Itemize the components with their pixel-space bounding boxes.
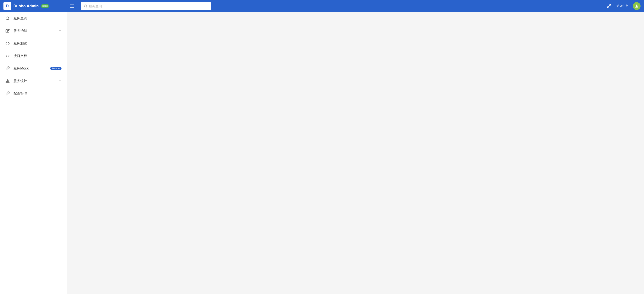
chart-icon bbox=[5, 78, 10, 83]
sidebar-item-service-test[interactable]: 服务测试 bbox=[0, 37, 67, 50]
hamburger-line-1 bbox=[70, 4, 74, 5]
sidebar-item-config-manage[interactable]: 配置管理 bbox=[0, 87, 67, 100]
hamburger-line-2 bbox=[70, 6, 74, 6]
code-doc-icon bbox=[5, 54, 10, 58]
version-badge: 0.3.0 bbox=[41, 4, 49, 8]
search-input[interactable] bbox=[89, 4, 208, 8]
chevron-down-icon bbox=[58, 29, 62, 32]
sidebar-item-interface-doc[interactable]: 接口文档 bbox=[0, 50, 67, 62]
svg-line-6 bbox=[8, 19, 9, 20]
search-icon bbox=[5, 16, 10, 21]
sidebar-label-service-test: 服务测试 bbox=[14, 41, 62, 46]
search-icon bbox=[84, 4, 87, 8]
sidebar-label-service-mock: 服务Mock bbox=[14, 66, 47, 71]
user-avatar[interactable] bbox=[633, 2, 640, 10]
top-header: D Dubbo Admin 0.3.0 简 bbox=[0, 0, 644, 12]
sidebar-label-config-manage: 配置管理 bbox=[14, 91, 62, 96]
feature-badge: feature bbox=[50, 67, 62, 70]
hamburger-menu-button[interactable] bbox=[68, 3, 76, 9]
header-right: 简体中文 bbox=[606, 2, 640, 10]
logo-icon: D bbox=[4, 2, 11, 10]
sidebar-label-interface-doc: 接口文档 bbox=[14, 54, 62, 58]
config-wrench-icon bbox=[5, 91, 10, 96]
svg-line-1 bbox=[86, 7, 87, 7]
code-icon bbox=[5, 41, 10, 46]
search-bar bbox=[81, 2, 211, 10]
language-button[interactable]: 简体中文 bbox=[616, 4, 628, 8]
app-title: Dubbo Admin bbox=[14, 4, 39, 8]
chevron-down-icon-stats bbox=[58, 80, 62, 82]
sidebar: 服务查询 服务治理 服务测试 bbox=[0, 12, 67, 294]
fullscreen-button[interactable] bbox=[606, 3, 612, 9]
svg-line-2 bbox=[610, 4, 611, 6]
sidebar-item-service-query[interactable]: 服务查询 bbox=[0, 12, 67, 24]
wrench-icon bbox=[5, 66, 10, 71]
search-bar-wrapper bbox=[81, 2, 211, 10]
hamburger-line-3 bbox=[70, 7, 74, 8]
sidebar-label-service-stats: 服务统计 bbox=[14, 79, 55, 83]
logo-area: D Dubbo Admin 0.3.0 bbox=[4, 2, 68, 10]
sidebar-label-service-governance: 服务治理 bbox=[14, 29, 55, 33]
sidebar-item-service-stats[interactable]: 服务统计 bbox=[0, 75, 67, 87]
svg-point-4 bbox=[636, 4, 638, 6]
main-content bbox=[67, 12, 644, 294]
sidebar-item-service-governance[interactable]: 服务治理 bbox=[0, 24, 67, 37]
sidebar-label-service-query: 服务查询 bbox=[14, 16, 62, 21]
svg-line-3 bbox=[608, 6, 609, 8]
sidebar-item-service-mock[interactable]: 服务Mock feature bbox=[0, 62, 67, 75]
edit-icon bbox=[5, 28, 10, 33]
